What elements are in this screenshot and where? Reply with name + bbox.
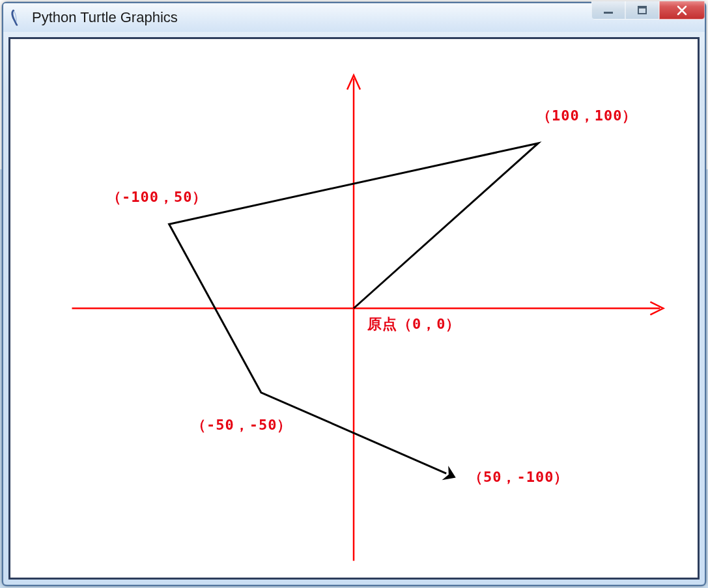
turtle-canvas[interactable]: 原点（0，0） （100，100） （-100，50） （-50，-50） （5… (12, 41, 696, 576)
point-label-2: （-100，50） (107, 188, 207, 207)
titlebar[interactable]: Python Turtle Graphics (3, 3, 705, 32)
svg-rect-0 (604, 12, 613, 14)
minimize-button[interactable] (591, 1, 625, 20)
origin-label: 原点（0，0） (367, 315, 461, 334)
svg-marker-3 (442, 466, 459, 484)
python-icon (7, 8, 25, 27)
svg-rect-2 (638, 7, 646, 8)
canvas-frame: 原点（0，0） （100，100） （-100，50） （-50，-50） （5… (8, 37, 700, 580)
application-window: Python Turtle Graphics (2, 2, 706, 586)
turtle-cursor-icon (442, 466, 459, 484)
point-label-1: （100，100） (537, 106, 637, 126)
point-label-3: （-50，-50） (191, 415, 292, 435)
point-label-4: （50，-100） (468, 468, 569, 487)
maximize-button[interactable] (625, 1, 659, 20)
close-button[interactable] (659, 1, 705, 20)
window-controls (591, 1, 705, 20)
